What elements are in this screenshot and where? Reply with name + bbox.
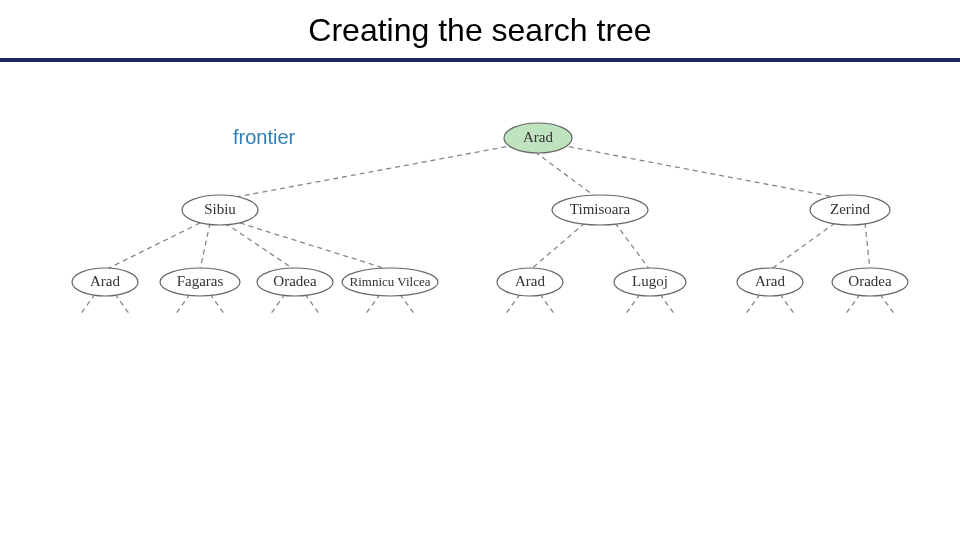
leaf-label-5: Lugoj [632,273,668,289]
node-zerind-label: Zerind [830,201,870,217]
node-root-label: Arad [523,129,553,145]
leaf-label-1: Fagaras [177,273,224,289]
edge [770,223,835,270]
leaf-label-0: Arad [90,273,120,289]
edge [225,223,295,270]
leaf-label-2: Oradea [273,273,317,289]
edge-stub [625,294,640,315]
edge [560,145,850,200]
leaf-label-3: Rimnicu Vilcea [350,274,431,289]
edge-stub [80,294,95,315]
title-underline [0,58,960,62]
leaf-label-7: Oradea [848,273,892,289]
edge-stub [540,294,555,315]
edge-stub [210,294,225,315]
edge-stub [845,294,860,315]
edge [865,223,870,270]
edge [530,223,585,270]
leaf-label-6: Arad [755,273,785,289]
edge-stub [305,294,320,315]
node-timisoara-label: Timisoara [570,201,631,217]
edge [200,223,210,270]
slide-title: Creating the search tree [0,12,960,49]
edge-stub [745,294,760,315]
edge-stub [660,294,675,315]
edge [105,223,200,270]
edge-stub [505,294,520,315]
edge [535,152,600,200]
edge-stub [270,294,285,315]
edge-stub [400,294,415,315]
edge-stub [780,294,795,315]
edge [615,223,650,270]
edge-stub [115,294,130,315]
leaf-label-4: Arad [515,273,545,289]
edge-stub [175,294,190,315]
search-tree-diagram: Arad Sibiu Timisoara Zerind Arad Fagaras… [60,110,920,370]
edge [240,223,390,270]
edge [220,145,515,200]
node-sibiu-label: Sibiu [204,201,236,217]
edge-stub [365,294,380,315]
edge-stub [880,294,895,315]
